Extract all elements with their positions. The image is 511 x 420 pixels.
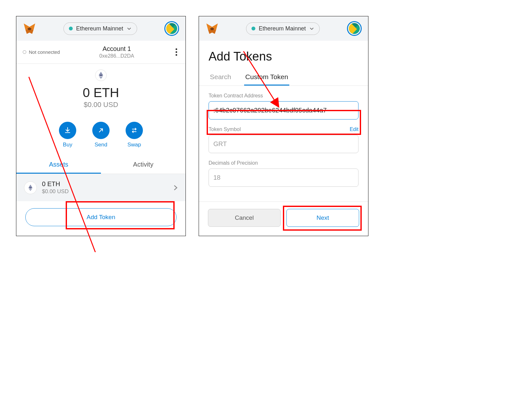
- header: Ethereum Mainnet: [16, 16, 185, 41]
- balance-crypto: 0 ETH: [16, 86, 185, 100]
- asset-list-item[interactable]: 0 ETH $0.00 USD: [16, 174, 185, 201]
- connection-status[interactable]: Not connected: [23, 49, 60, 55]
- eth-icon: [24, 181, 37, 194]
- action-buttons: Buy Send Swap: [16, 115, 185, 156]
- add-token-button[interactable]: Add Token: [25, 208, 177, 226]
- avatar-icon: [349, 23, 360, 34]
- balance-section: 0 ETH $0.00 USD: [16, 64, 185, 115]
- token-symbol-input[interactable]: [209, 135, 359, 153]
- network-name: Ethereum Mainnet: [259, 25, 306, 32]
- account-address: 0xe286...D2DA: [99, 53, 134, 59]
- download-icon: [64, 127, 71, 134]
- account-avatar[interactable]: [347, 21, 362, 36]
- edit-symbol-link[interactable]: Edit: [350, 127, 359, 132]
- decimals-input[interactable]: [209, 169, 359, 187]
- tab-assets[interactable]: Assets: [16, 156, 101, 174]
- tab-custom-token[interactable]: Custom Token: [244, 70, 290, 86]
- balance-fiat: $0.00 USD: [16, 101, 185, 109]
- tab-activity[interactable]: Activity: [101, 156, 185, 174]
- chevron-down-icon: [127, 26, 132, 31]
- swap-button[interactable]: Swap: [126, 122, 143, 148]
- next-button[interactable]: Next: [286, 209, 359, 227]
- cancel-button[interactable]: Cancel: [208, 209, 281, 227]
- connection-status-text: Not connected: [29, 49, 60, 55]
- swap-icon: [130, 127, 138, 134]
- contract-address-label: Token Contract Address: [209, 93, 359, 99]
- asset-activity-tabs: Assets Activity: [16, 156, 185, 174]
- account-row: Not connected Account 1 0xe286...D2DA: [16, 41, 185, 64]
- avatar-icon: [166, 23, 177, 34]
- contract-address-input[interactable]: [209, 101, 359, 119]
- wallet-home-panel: Ethereum Mainnet Not connected Account 1…: [16, 16, 186, 236]
- network-status-dot-icon: [69, 27, 73, 30]
- token-symbol-label: Token Symbol: [209, 127, 241, 132]
- network-selector[interactable]: Ethereum Mainnet: [246, 22, 319, 35]
- account-options-menu[interactable]: [174, 46, 179, 58]
- network-name: Ethereum Mainnet: [76, 25, 123, 32]
- chevron-right-icon: [173, 185, 178, 191]
- account-avatar[interactable]: [164, 21, 179, 36]
- add-tokens-panel: Ethereum Mainnet Add Tokens Search Custo…: [199, 16, 368, 236]
- footer-buttons: Cancel Next: [199, 202, 368, 236]
- decimals-label: Decimals of Precision: [209, 160, 359, 166]
- send-button[interactable]: Send: [92, 122, 110, 148]
- asset-amount: 0 ETH: [42, 180, 168, 188]
- account-name: Account 1: [99, 45, 134, 53]
- page-title: Add Tokens: [199, 41, 368, 70]
- chevron-down-icon: [309, 26, 314, 31]
- account-info[interactable]: Account 1 0xe286...D2DA: [99, 45, 134, 59]
- send-label: Send: [92, 142, 110, 148]
- arrow-up-right-icon: [97, 127, 105, 134]
- metamask-fox-icon: [23, 22, 36, 35]
- network-selector[interactable]: Ethereum Mainnet: [63, 22, 137, 35]
- swap-label: Swap: [126, 142, 143, 148]
- add-token-tabs: Search Custom Token: [199, 70, 368, 86]
- buy-label: Buy: [59, 142, 76, 148]
- tab-search[interactable]: Search: [209, 70, 233, 86]
- buy-button[interactable]: Buy: [59, 122, 76, 148]
- custom-token-form: Token Contract Address Token Symbol Edit…: [199, 86, 368, 202]
- not-connected-icon: [23, 50, 26, 54]
- metamask-fox-icon: [205, 22, 219, 35]
- header: Ethereum Mainnet: [199, 16, 368, 41]
- asset-fiat: $0.00 USD: [42, 188, 168, 195]
- add-token-wrap: Add Token: [16, 201, 185, 236]
- eth-icon: [95, 70, 107, 81]
- network-status-dot-icon: [251, 27, 255, 30]
